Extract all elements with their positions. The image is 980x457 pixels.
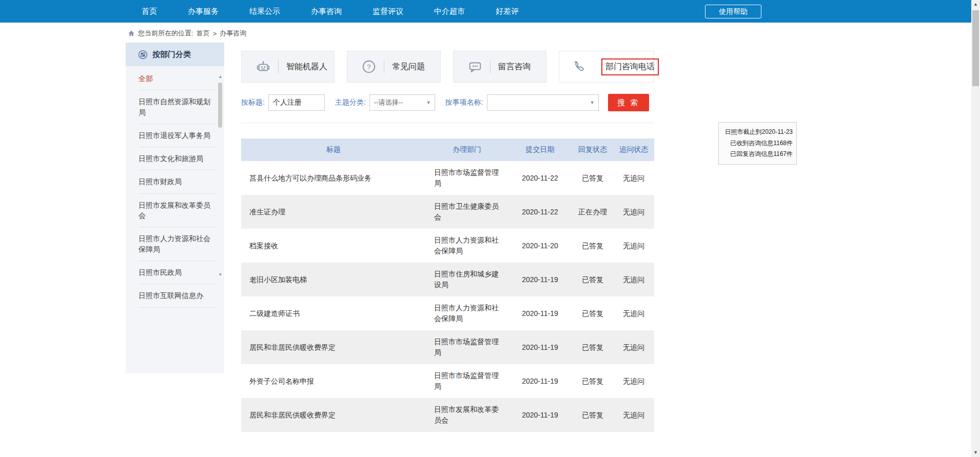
item-name-label: 按事项名称:	[445, 98, 483, 107]
tab-message-consult[interactable]: 留言咨询	[453, 51, 546, 83]
table-row[interactable]: 准生证办理日照市卫生健康委员会2020-11-22正在办理无追问	[241, 195, 654, 229]
breadcrumb-separator: >	[213, 30, 217, 37]
department-cell: 日照市住房和城乡建设局	[426, 263, 508, 296]
table-row[interactable]: 二级建造师证书日照市人力资源和社会保障局2020-11-19已答复无追问	[241, 296, 654, 330]
content-area: 按部门分类 全部日照市自然资源和规划局日照市退役军人事务局日照市文化和旅游局日照…	[0, 43, 980, 432]
sidebar-item[interactable]: 日照市财政局	[139, 170, 216, 193]
sidebar-scroll-thumb[interactable]	[218, 83, 222, 128]
tab-label: 部门咨询电话	[601, 58, 659, 75]
scroll-up-icon[interactable]: ▲	[218, 74, 223, 80]
title-cell[interactable]: 居民和非居民供暖收费界定	[241, 330, 426, 364]
scroll-down-icon[interactable]: ▼	[218, 272, 223, 277]
main-panel: 智能机器人 ? 常见问题	[241, 43, 654, 432]
tab-department-phone[interactable]: 部门咨询电话	[559, 51, 654, 83]
help-button[interactable]: 使用帮助	[705, 5, 761, 18]
department-cell: 日照市人力资源和社会保障局	[426, 229, 508, 263]
tab-smart-robot[interactable]: 智能机器人	[241, 51, 335, 83]
title-cell[interactable]: 档案接收	[241, 229, 426, 263]
sidebar-title: 按部门分类	[152, 50, 191, 59]
sidebar-item[interactable]: 日照市互联网信息办	[139, 284, 216, 307]
table-body: 莒县什么地方可以办理商品条形码业务日照市市场监督管理局2020-11-22已答复…	[241, 161, 654, 432]
reply-status-cell: 正在办理	[572, 195, 613, 229]
title-cell[interactable]: 老旧小区加装电梯	[241, 263, 426, 296]
consultation-table: 标题办理部门提交日期回复状态追问状态 莒县什么地方可以办理商品条形码业务日照市市…	[241, 138, 654, 432]
title-cell[interactable]: 准生证办理	[241, 195, 426, 229]
home-icon	[128, 30, 135, 37]
table-row[interactable]: 外资子公司名称申报日照市市场监督管理局2020-11-19已答复无追问	[241, 364, 654, 398]
column-header: 标题	[241, 138, 426, 161]
department-cell: 日照市市场监督管理局	[426, 161, 508, 195]
svg-text:?: ?	[367, 63, 371, 71]
tab-faq[interactable]: ? 常见问题	[347, 51, 440, 83]
reply-status-cell: 已答复	[572, 161, 613, 195]
item-name-select[interactable]: ▼	[487, 94, 599, 111]
scroll-down-icon[interactable]: ▼	[971, 448, 980, 457]
followup-status-cell: 无追问	[613, 330, 654, 364]
reply-status-cell: 已答复	[572, 263, 613, 296]
breadcrumb-home-link[interactable]: 首页	[197, 29, 210, 38]
nav-item[interactable]: 结果公示	[249, 7, 280, 16]
department-cell: 日照市人力资源和社会保障局	[426, 296, 508, 330]
stats-line: 已收到咨询信息1168件	[722, 138, 793, 149]
reply-status-cell: 已答复	[572, 296, 613, 330]
department-cell: 日照市卫生健康委员会	[426, 195, 508, 229]
reply-status-cell: 已答复	[572, 398, 613, 432]
title-cell[interactable]: 居民和非居民供暖收费界定	[241, 398, 426, 432]
nav-item[interactable]: 监督评议	[373, 7, 403, 16]
search-button[interactable]: 搜 索	[608, 94, 649, 111]
nav-item[interactable]: 办事咨询	[311, 7, 342, 16]
title-cell[interactable]: 二级建造师证书	[241, 296, 426, 330]
topic-select[interactable]: --请选择-- ▼	[369, 94, 435, 111]
topic-category-label: 主题分类:	[335, 98, 366, 107]
sidebar-item[interactable]: 全部	[139, 67, 216, 90]
nav-item[interactable]: 中介超市	[434, 7, 465, 16]
sidebar-item[interactable]: 日照市退役军人事务局	[139, 124, 216, 147]
column-header: 回复状态	[572, 138, 613, 161]
page-scroll-thumb[interactable]	[972, 10, 979, 86]
followup-status-cell: 无追问	[613, 398, 654, 432]
table-row[interactable]: 档案接收日照市人力资源和社会保障局2020-11-20已答复无追问	[241, 229, 654, 263]
table-row[interactable]: 居民和非居民供暖收费界定日照市市场监督管理局2020-11-19已答复无追问	[241, 330, 654, 364]
sidebar-item[interactable]: 日照市人力资源和社会保障局	[139, 227, 216, 261]
department-sidebar: 按部门分类 全部日照市自然资源和规划局日照市退役军人事务局日照市文化和旅游局日照…	[126, 43, 224, 373]
message-icon	[467, 58, 483, 75]
title-cell[interactable]: 外资子公司名称申报	[241, 364, 426, 398]
stats-box: 日照市截止到2020-11-23已收到咨询信息1168件已回复咨询信息1167件	[718, 122, 797, 165]
breadcrumb: 您当前所在的位置: 首页 > 办事咨询	[0, 23, 980, 43]
table-row[interactable]: 老旧小区加装电梯日照市住房和城乡建设局2020-11-19已答复无追问	[241, 263, 654, 296]
date-cell: 2020-11-19	[508, 364, 572, 398]
nav-item[interactable]: 首页	[142, 7, 157, 16]
date-cell: 2020-11-19	[508, 296, 572, 330]
title-cell[interactable]: 莒县什么地方可以办理商品条形码业务	[241, 161, 426, 195]
tab-label: 留言咨询	[498, 62, 531, 72]
nav-item[interactable]: 办事服务	[188, 7, 219, 16]
reply-status-cell: 已答复	[572, 330, 613, 364]
question-icon: ?	[361, 58, 377, 75]
column-header: 提交日期	[508, 138, 572, 161]
search-bar: 按标题: 主题分类: --请选择-- ▼ 按事项名称: ▼ 搜 索	[241, 94, 654, 123]
followup-status-cell: 无追问	[613, 229, 654, 263]
robot-icon	[255, 58, 271, 75]
department-cell: 日照市发展和改革委员会	[426, 398, 508, 432]
sidebar-item[interactable]: 日照市民政局	[139, 261, 216, 284]
reply-status-cell: 已答复	[572, 229, 613, 263]
table-row[interactable]: 居民和非居民供暖收费界定日照市发展和改革委员会2020-11-19已答复无追问	[241, 398, 654, 432]
divider	[490, 60, 491, 73]
sidebar-item[interactable]: 日照市发展和改革委员会	[139, 194, 216, 228]
followup-status-cell: 无追问	[613, 364, 654, 398]
tab-label: 常见问题	[392, 62, 425, 72]
scroll-up-icon[interactable]: ▲	[971, 0, 980, 9]
followup-status-cell: 无追问	[613, 296, 654, 330]
followup-status-cell: 无追问	[613, 161, 654, 195]
sidebar-list: 全部日照市自然资源和规划局日照市退役军人事务局日照市文化和旅游局日照市财政局日照…	[126, 66, 224, 308]
date-cell: 2020-11-19	[508, 263, 572, 296]
department-cell: 日照市市场监督管理局	[426, 330, 508, 364]
sidebar-item[interactable]: 日照市文化和旅游局	[139, 147, 216, 170]
followup-status-cell: 无追问	[613, 195, 654, 229]
sidebar-item[interactable]: 日照市自然资源和规划局	[139, 90, 216, 124]
title-search-input[interactable]	[268, 94, 325, 111]
nav-item[interactable]: 好差评	[496, 7, 519, 16]
reply-status-cell: 已答复	[572, 364, 613, 398]
table-row[interactable]: 莒县什么地方可以办理商品条形码业务日照市市场监督管理局2020-11-22已答复…	[241, 161, 654, 195]
topic-select-value: --请选择--	[374, 98, 403, 107]
